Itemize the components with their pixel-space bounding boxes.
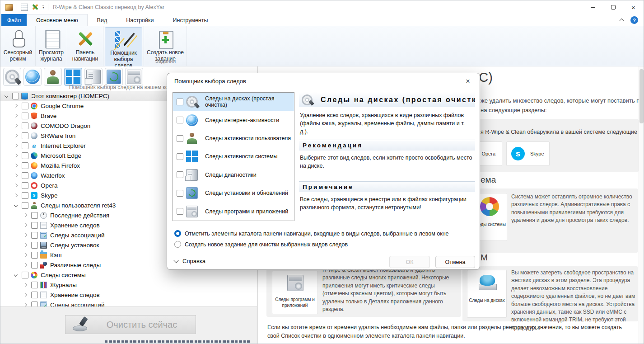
disk-traces-card[interactable]: Следы на дисках: [467, 270, 507, 318]
checkbox[interactable]: [31, 242, 38, 249]
checkbox[interactable]: [22, 182, 28, 189]
checkbox[interactable]: [177, 99, 183, 105]
program-traces-card[interactable]: Следы программ и приложений: [272, 271, 318, 314]
tree-item[interactable]: Следы системы: [0, 270, 257, 280]
checkbox[interactable]: [177, 171, 183, 178]
help-button[interactable]: ?: [630, 16, 638, 24]
trace-type-item[interactable]: Следы диагностики: [173, 166, 294, 184]
ribbon-button[interactable]: Помощник выбора следов: [105, 27, 142, 70]
chevron-icon[interactable]: [14, 104, 18, 108]
checkbox[interactable]: [22, 192, 28, 199]
cancel-button[interactable]: Отмена: [435, 256, 475, 268]
ribbon-tab[interactable]: Настройки: [117, 14, 163, 26]
ok-button[interactable]: ОК: [389, 256, 430, 268]
radio-icon[interactable]: [174, 230, 181, 237]
ribbon-button[interactable]: Панель навигации: [69, 27, 102, 63]
chevron-icon[interactable]: [23, 243, 28, 247]
category-button[interactable]: [105, 68, 123, 86]
checkbox[interactable]: [31, 232, 38, 239]
chevron-icon[interactable]: [14, 193, 18, 198]
category-button[interactable]: [44, 68, 62, 86]
tree-item[interactable]: Журналы: [0, 280, 257, 290]
trace-type-item[interactable]: Следы установки и обновлений: [173, 184, 294, 202]
chevron-icon[interactable]: [23, 292, 28, 297]
trace-type-item[interactable]: Следы программ и приложений: [173, 203, 294, 221]
trace-type-item[interactable]: Следы активности системы: [173, 147, 294, 165]
checkbox[interactable]: [31, 282, 38, 288]
checkbox[interactable]: [22, 113, 28, 119]
dialog-close-button[interactable]: ×: [462, 76, 474, 87]
scrollbar-track[interactable]: [639, 66, 644, 344]
checkbox[interactable]: [22, 142, 28, 149]
maximize-button[interactable]: [603, 0, 623, 14]
chevron-icon[interactable]: [14, 273, 18, 277]
skype-card[interactable]: Skype: [506, 141, 550, 166]
checkbox[interactable]: [177, 117, 183, 123]
trace-type-item[interactable]: Следы на дисках (простая очистка): [173, 93, 294, 111]
checkbox[interactable]: [31, 292, 38, 298]
radio-option[interactable]: Отметить элементы каталога панели навига…: [174, 230, 449, 237]
chevron-icon[interactable]: [14, 123, 18, 128]
close-button[interactable]: ×: [623, 0, 644, 14]
checkbox[interactable]: [22, 202, 28, 209]
collapse-ribbon-icon[interactable]: [619, 18, 624, 23]
ribbon-tab[interactable]: Вид: [88, 14, 117, 26]
tools-quick-icon[interactable]: [32, 4, 39, 11]
checkbox[interactable]: [31, 212, 38, 219]
chevron-icon[interactable]: [23, 263, 28, 267]
ribbon-button[interactable]: Создать новое задание: [145, 27, 185, 63]
ribbon-tab[interactable]: Инструменты: [163, 14, 218, 26]
chevron-icon[interactable]: [14, 153, 18, 158]
chevron-icon[interactable]: [14, 133, 18, 138]
checkbox[interactable]: [22, 103, 28, 109]
chevron-icon[interactable]: [14, 143, 18, 148]
chevron-icon[interactable]: [14, 113, 18, 118]
trace-type-item[interactable]: Следы активности пользователя: [173, 129, 294, 147]
ribbon-button[interactable]: Просмотр журнала: [37, 27, 65, 63]
trace-type-item[interactable]: Следы интернет-активности: [173, 111, 294, 129]
checkbox[interactable]: [12, 93, 19, 99]
journal-quick-icon[interactable]: [21, 4, 28, 11]
tree-item[interactable]: Хранение следов: [0, 290, 257, 300]
chevron-icon[interactable]: [4, 94, 9, 98]
category-button[interactable]: [125, 68, 143, 86]
app-icon[interactable]: [5, 4, 13, 11]
category-button[interactable]: [3, 68, 21, 86]
ribbon-tab[interactable]: Основное меню: [27, 14, 88, 26]
chevron-icon[interactable]: [23, 213, 28, 217]
chevron-icon[interactable]: [14, 163, 18, 168]
checkbox[interactable]: [22, 132, 28, 139]
chevron-icon[interactable]: [14, 203, 18, 207]
clean-now-button[interactable]: Очистить сейчас: [65, 315, 196, 334]
radio-option[interactable]: Создать новое задание для очистки выбран…: [174, 241, 449, 248]
chevron-icon[interactable]: [23, 283, 28, 287]
category-button[interactable]: [23, 68, 42, 86]
chevron-icon[interactable]: [23, 233, 28, 237]
radio-icon[interactable]: [174, 241, 181, 248]
help-expander[interactable]: Справка: [174, 258, 205, 264]
checkbox[interactable]: [177, 153, 183, 160]
file-menu-button[interactable]: Файл: [1, 14, 27, 26]
scrollbar-thumb[interactable]: [639, 69, 644, 123]
ribbon-button[interactable]: Сенсорный режим: [2, 27, 34, 63]
checkbox[interactable]: [22, 272, 28, 278]
checkbox[interactable]: [22, 123, 28, 129]
tree-item[interactable]: Следы ассоциаций: [0, 300, 257, 307]
checkbox[interactable]: [177, 208, 183, 215]
chevron-icon[interactable]: [14, 173, 18, 178]
checkbox[interactable]: [31, 252, 38, 259]
checkbox[interactable]: [31, 222, 38, 229]
checkbox[interactable]: [177, 190, 183, 197]
quick-access-dropdown-icon[interactable]: ▾: [42, 5, 44, 9]
checkbox[interactable]: [177, 135, 183, 142]
minimize-button[interactable]: [583, 0, 603, 14]
checkbox[interactable]: [31, 302, 38, 307]
chevron-icon[interactable]: [23, 253, 28, 257]
chevron-icon[interactable]: [23, 302, 28, 307]
chevron-icon[interactable]: [14, 183, 18, 188]
category-button[interactable]: [64, 68, 82, 86]
chevron-icon[interactable]: [23, 223, 28, 227]
checkbox[interactable]: [31, 262, 38, 269]
category-button[interactable]: [84, 68, 103, 86]
checkbox[interactable]: [22, 152, 28, 159]
